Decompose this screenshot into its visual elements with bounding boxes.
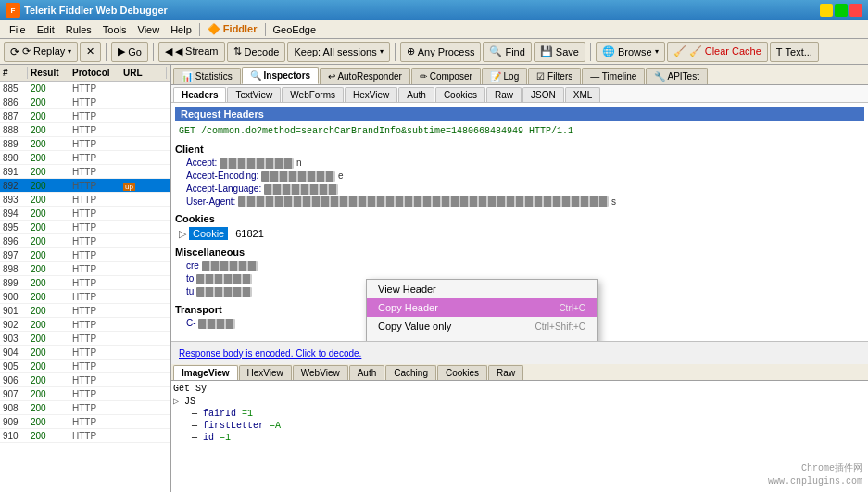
session-row[interactable]: 891 200 HTTP (0, 165, 170, 179)
session-result: 200 (28, 416, 69, 428)
replay-button[interactable]: ⟳ ⟳ Replay ▾ (4, 42, 78, 62)
close-button[interactable] (849, 4, 862, 17)
session-row[interactable]: 910 200 HTTP (0, 429, 170, 443)
session-result: 200 (28, 305, 69, 317)
find-button[interactable]: 🔍 Find (483, 42, 531, 62)
bottomtab-imageview[interactable]: ImageView (173, 365, 238, 380)
bottomtab-cookies[interactable]: Cookies (437, 365, 487, 380)
menu-edit[interactable]: Edit (31, 23, 60, 36)
tab-composer[interactable]: ✏ Composer (411, 68, 481, 84)
session-row[interactable]: 901 200 HTTP (0, 304, 170, 318)
tab-log[interactable]: 📝 Log (482, 68, 527, 84)
session-row[interactable]: 886 200 HTTP (0, 95, 170, 109)
menu-help[interactable]: Help (165, 23, 197, 36)
session-row[interactable]: 899 200 HTTP (0, 276, 170, 290)
expand-js-icon[interactable]: ▷ (173, 397, 179, 407)
go-button[interactable]: ▶ Go (111, 42, 148, 62)
subtab-xml[interactable]: XML (565, 87, 601, 102)
replay-dropdown-icon[interactable]: ▾ (68, 47, 71, 56)
ctx-copy-value[interactable]: Copy Value only Ctrl+Shift+C (367, 317, 597, 335)
col-header-url[interactable]: URL (120, 67, 167, 79)
any-process-button[interactable]: ⊕ Any Process (400, 42, 482, 62)
session-result: 200 (28, 96, 69, 108)
col-header-protocol[interactable]: Protocol (69, 67, 120, 79)
session-row[interactable]: 902 200 HTTP (0, 318, 170, 332)
menu-file[interactable]: File (4, 23, 31, 36)
session-row[interactable]: 887 200 HTTP (0, 109, 170, 123)
find-label: Find (505, 46, 524, 57)
session-row[interactable]: 893 200 HTTP (0, 193, 170, 207)
text-button[interactable]: T Text... (770, 42, 819, 62)
response-encode-text[interactable]: Response body is encoded. Click to decod… (179, 348, 361, 359)
subtab-webforms[interactable]: WebForms (282, 87, 344, 102)
session-row[interactable]: 897 200 HTTP (0, 248, 170, 262)
keep-sessions-button[interactable]: Keep: All sessions ▾ (287, 42, 389, 62)
session-row[interactable]: 890 200 HTTP (0, 151, 170, 165)
bottomtab-auth[interactable]: Auth (349, 365, 385, 380)
col-header-result[interactable]: Result (28, 67, 69, 79)
subtab-auth[interactable]: Auth (398, 87, 434, 102)
close-session-button[interactable]: ✕ (80, 42, 101, 62)
session-row[interactable]: 900 200 HTTP (0, 290, 170, 304)
log-icon: 📝 (490, 71, 501, 82)
bottomtab-caching[interactable]: Caching (385, 365, 436, 380)
session-row[interactable]: 888 200 HTTP (0, 123, 170, 137)
col-header-num[interactable]: # (0, 67, 28, 79)
browse-dropdown-icon[interactable]: ▾ (655, 47, 659, 56)
session-protocol: HTTP (69, 138, 120, 150)
session-url (120, 87, 167, 89)
session-num: 902 (0, 319, 28, 331)
session-row[interactable]: 906 200 HTTP (0, 373, 170, 387)
expand-icon[interactable]: ▷ (179, 228, 186, 240)
session-num: 892 (0, 180, 28, 192)
menu-tools[interactable]: Tools (97, 23, 132, 36)
ctx-copy-all-headers[interactable]: Copy All Headers (367, 335, 597, 341)
menu-rules[interactable]: Rules (60, 23, 97, 36)
bottomtab-raw[interactable]: Raw (488, 365, 523, 380)
session-row[interactable]: 895 200 HTTP (0, 221, 170, 234)
decode-button[interactable]: ⇅ Decode (227, 42, 286, 62)
menu-geoedge[interactable]: GeoEdge (268, 23, 321, 36)
js-val-id: =1 (220, 433, 231, 443)
bottomtab-hexview[interactable]: HexView (239, 365, 292, 380)
subtab-json[interactable]: JSON (522, 87, 564, 102)
tab-filters[interactable]: ☑ Filters (528, 68, 581, 84)
session-row[interactable]: 907 200 HTTP (0, 387, 170, 401)
cookie-name-selected[interactable]: Cookie (189, 227, 228, 240)
tab-apitest[interactable]: 🔧 APITest (646, 68, 708, 84)
session-row[interactable]: 894 200 HTTP (0, 207, 170, 221)
tab-statistics[interactable]: 📊 Statistics (173, 68, 241, 84)
minimize-button[interactable] (820, 4, 833, 17)
maximize-button[interactable] (835, 4, 848, 17)
session-row[interactable]: 903 200 HTTP (0, 332, 170, 346)
window-controls[interactable] (820, 4, 862, 17)
session-row[interactable]: 892 200 HTTP up (0, 179, 170, 193)
tab-autoresponder[interactable]: ↩ AutoResponder (320, 68, 410, 84)
right-panel: 📊 Statistics 🔍 Inspectors ↩ AutoResponde… (171, 65, 868, 492)
subtab-cookies[interactable]: Cookies (435, 87, 485, 102)
bottomtab-webview[interactable]: WebView (293, 365, 348, 380)
subtab-textview[interactable]: TextView (227, 87, 281, 102)
session-row[interactable]: 885 200 HTTP (0, 82, 170, 95)
menu-fiddler[interactable]: 🔶 Fiddler (202, 22, 263, 36)
stream-button[interactable]: ◀ ◀ Stream (158, 42, 225, 62)
session-row[interactable]: 905 200 HTTP (0, 360, 170, 373)
keep-dropdown-icon[interactable]: ▾ (380, 47, 384, 56)
ctx-copy-header[interactable]: Copy Header Ctrl+C (367, 298, 597, 317)
subtab-raw[interactable]: Raw (486, 87, 522, 102)
tab-inspectors[interactable]: 🔍 Inspectors (242, 67, 319, 84)
tab-timeline[interactable]: — Timeline (582, 68, 645, 84)
subtab-headers[interactable]: Headers (173, 87, 226, 102)
session-row[interactable]: 896 200 HTTP (0, 234, 170, 248)
save-button[interactable]: 💾 Save (534, 42, 585, 62)
session-row[interactable]: 889 200 HTTP (0, 137, 170, 151)
clear-cache-button[interactable]: 🧹 🧹 Clear Cache (667, 42, 768, 62)
session-row[interactable]: 904 200 HTTP (0, 346, 170, 360)
menu-view[interactable]: View (132, 23, 166, 36)
session-row[interactable]: 909 200 HTTP (0, 415, 170, 429)
subtab-hexview[interactable]: HexView (345, 87, 397, 102)
browse-button[interactable]: 🌐 Browse ▾ (596, 42, 665, 62)
session-row[interactable]: 898 200 HTTP (0, 262, 170, 276)
session-row[interactable]: 908 200 HTTP (0, 401, 170, 415)
ctx-view-header[interactable]: View Header (367, 280, 597, 298)
